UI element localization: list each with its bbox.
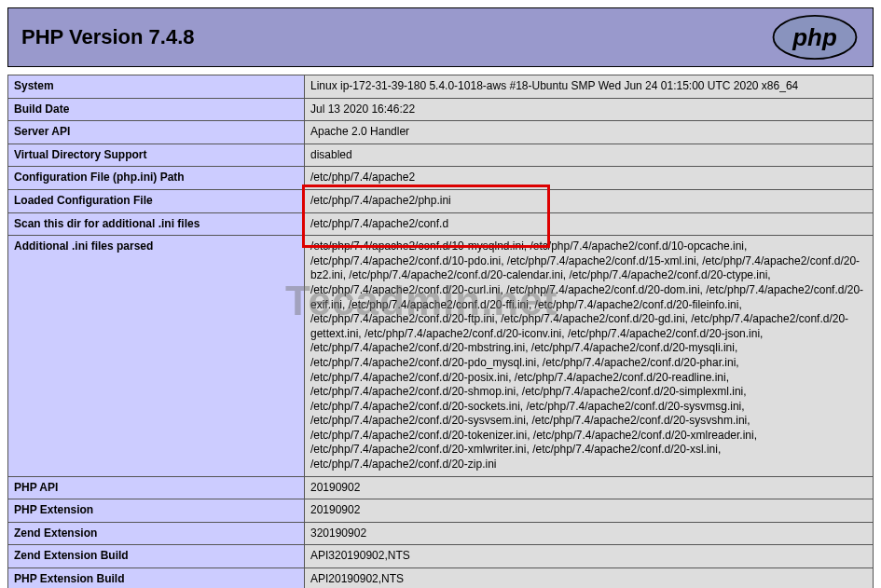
config-value: /etc/php/7.4/apache2/conf.d: [305, 212, 874, 236]
config-label: Zend Extension Build: [8, 545, 305, 568]
phpinfo-header: PHP Version 7.4.8 php: [7, 7, 874, 67]
table-row: Zend Extension320190902: [8, 522, 874, 545]
config-value: API320190902,NTS: [305, 545, 874, 568]
config-value: Linux ip-172-31-39-180 5.4.0-1018-aws #1…: [305, 75, 874, 99]
page-title: PHP Version 7.4.8: [21, 25, 194, 49]
config-label: Scan this dir for additional .ini files: [8, 212, 305, 236]
table-row: Additional .ini files parsed/etc/php/7.4…: [8, 236, 874, 477]
config-label: Loaded Configuration File: [8, 189, 305, 212]
config-label: Configuration File (php.ini) Path: [8, 167, 305, 190]
table-row: PHP Extension20190902: [8, 499, 874, 523]
config-value: 320190902: [305, 522, 874, 545]
svg-text:php: php: [792, 24, 836, 50]
config-value: /etc/php/7.4/apache2/php.ini: [305, 189, 874, 212]
table-row: Virtual Directory Supportdisabled: [8, 144, 874, 167]
config-value: /etc/php/7.4/apache2/conf.d/10-mysqlnd.i…: [305, 236, 874, 477]
config-value: /etc/php/7.4/apache2: [305, 167, 874, 190]
config-label: System: [8, 75, 305, 99]
table-row: Configuration File (php.ini) Path/etc/ph…: [8, 167, 874, 190]
config-label: Build Date: [8, 98, 305, 121]
table-row: PHP API20190902: [8, 476, 874, 499]
config-value: Jul 13 2020 16:46:22: [305, 98, 874, 121]
table-row: Server APIApache 2.0 Handler: [8, 121, 874, 144]
config-value: disabled: [305, 144, 874, 167]
config-value: API20190902,NTS: [305, 568, 874, 588]
config-label: PHP Extension Build: [8, 568, 305, 588]
table-row: Loaded Configuration File/etc/php/7.4/ap…: [8, 189, 874, 212]
config-value: 20190902: [305, 476, 874, 499]
config-label: Additional .ini files parsed: [8, 236, 305, 477]
phpinfo-table: SystemLinux ip-172-31-39-180 5.4.0-1018-…: [7, 75, 874, 588]
config-label: Virtual Directory Support: [8, 144, 305, 167]
config-label: PHP Extension: [8, 499, 305, 523]
table-row: Zend Extension BuildAPI320190902,NTS: [8, 545, 874, 568]
table-row: PHP Extension BuildAPI20190902,NTS: [8, 568, 874, 588]
config-label: PHP API: [8, 476, 305, 499]
config-label: Server API: [8, 121, 305, 144]
table-row: SystemLinux ip-172-31-39-180 5.4.0-1018-…: [8, 75, 874, 99]
config-value: Apache 2.0 Handler: [305, 121, 874, 144]
config-label: Zend Extension: [8, 522, 305, 545]
php-logo-icon: php: [770, 14, 860, 61]
table-row: Scan this dir for additional .ini files/…: [8, 212, 874, 236]
config-value: 20190902: [305, 499, 874, 523]
table-row: Build DateJul 13 2020 16:46:22: [8, 98, 874, 121]
